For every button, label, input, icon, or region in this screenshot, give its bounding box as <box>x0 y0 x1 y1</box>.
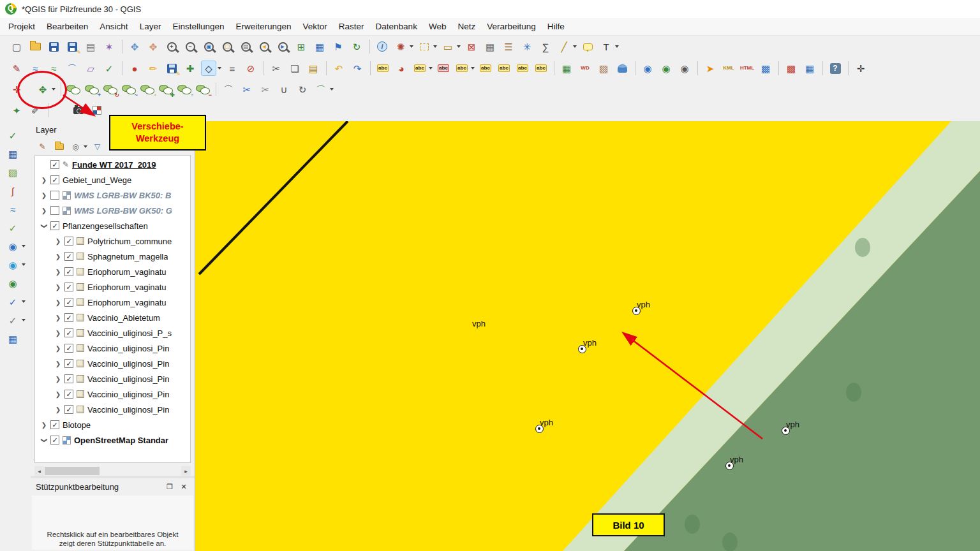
expand-arrow[interactable]: ❯ <box>53 268 63 276</box>
layer-item-vaccinio-uliginosi-p-s[interactable]: ❯✓Vaccinio_uliginosi_P_s <box>35 325 190 341</box>
expand-arrow[interactable]: ❯ <box>39 177 49 184</box>
advanced-digitizing-panel-button[interactable]: ✓ <box>101 61 117 76</box>
layer-visibility-checkbox[interactable]: ✓ <box>64 298 73 307</box>
layer-visibility-checkbox[interactable]: ✓ <box>50 160 59 169</box>
undock-panel-icon[interactable]: ❐ <box>164 481 175 493</box>
menu-hilfe[interactable]: Hilfe <box>542 19 570 34</box>
new-print-layout-button[interactable]: ▤ <box>83 39 98 54</box>
layer-visibility-checkbox[interactable]: ✓ <box>64 374 73 383</box>
expand-arrow[interactable]: ❯ <box>53 360 63 367</box>
reshape-features-button[interactable]: ⌒ <box>221 82 236 97</box>
cloud-globe-button[interactable]: ◉ <box>5 257 20 272</box>
profile-tool-button[interactable]: ✓ <box>5 294 20 309</box>
cut-features-button[interactable]: ✂ <box>269 61 284 76</box>
search-plugin-button[interactable]: ◉ <box>677 61 692 76</box>
menu-einstellungen[interactable]: Einstellungen <box>167 19 230 34</box>
layer-item-gebiet-und-wege[interactable]: ❯✓Gebiet_und_Wege <box>35 172 190 187</box>
expand-arrow[interactable]: ❯ <box>53 253 63 260</box>
open-project-button[interactable] <box>27 39 43 54</box>
layer-item-eriophorum-vaginatu[interactable]: ❯✓Eriophorum_vaginatu <box>35 295 190 310</box>
web-globe-dropdown[interactable] <box>22 245 26 247</box>
georeferencer-button[interactable]: ▨ <box>596 61 611 76</box>
offset-curve-dropdown[interactable] <box>330 88 334 91</box>
menu-ansicht[interactable]: Ansicht <box>94 19 133 34</box>
open-attribute-table-button[interactable]: ▦ <box>482 39 498 54</box>
menu-erweiterungen[interactable]: Erweiterungen <box>230 19 297 34</box>
select-features-dropdown[interactable] <box>433 45 437 48</box>
toggle-editing-button[interactable]: ✏ <box>145 61 161 76</box>
expand-arrow[interactable]: ❯ <box>53 314 63 321</box>
vertex-tool-button[interactable]: ◇ <box>201 61 216 76</box>
zoom-full-extent-button[interactable]: ▣ <box>201 39 216 54</box>
copy-feature-plus-button[interactable]: + <box>84 82 100 97</box>
layer-item-funde-wt-2017-2019[interactable]: ✓✎Funde WT 2017_2019 <box>35 157 190 172</box>
menu-layer[interactable]: Layer <box>134 19 167 34</box>
delete-ring-button[interactable]: − <box>195 82 211 97</box>
contour-tools-button[interactable]: ≈ <box>5 202 20 217</box>
web-globe-button[interactable]: ◉ <box>5 239 20 254</box>
pin-labels-dropdown[interactable] <box>429 67 433 70</box>
vector-check-button[interactable]: ✓ <box>5 128 20 143</box>
layer-item-vaccinio-uliginosi-pin[interactable]: ❯✓Vaccinio_uliginosi_Pin <box>35 402 190 417</box>
text-annotation-dropdown[interactable] <box>615 45 619 48</box>
topology-check-button[interactable]: ✓ <box>5 220 20 235</box>
select-by-value-dropdown[interactable] <box>457 45 461 48</box>
help-button[interactable]: ? <box>828 61 843 76</box>
merge-features-button[interactable]: ∪ <box>276 82 292 97</box>
edits-menu-button[interactable]: ● <box>127 61 142 76</box>
layer-visibility-checkbox[interactable]: ✓ <box>50 221 59 230</box>
hscroll-right-arrow[interactable]: ▸ <box>181 466 191 476</box>
map-tips-button[interactable] <box>580 39 595 54</box>
zoom-to-selection-button[interactable]: ▢ <box>219 39 235 54</box>
hscroll-left-arrow[interactable]: ◂ <box>34 466 44 476</box>
label-properties-button[interactable]: abc <box>533 61 549 76</box>
expand-arrow[interactable]: ❯ <box>53 330 63 337</box>
new-3d-map-view-button[interactable]: ▦ <box>312 39 327 54</box>
kml-tools-button[interactable]: KML <box>721 61 736 76</box>
layer-diagram-button[interactable]: ◕ <box>394 61 409 76</box>
wd-plugin-button[interactable]: WD <box>577 61 593 76</box>
identify-features-button[interactable]: i <box>375 39 390 54</box>
new-project-button[interactable]: ▢ <box>9 39 24 54</box>
paste-features-button[interactable]: ▤ <box>306 61 321 76</box>
add-ring-button[interactable]: ◦ <box>140 82 155 97</box>
manage-map-themes-button[interactable]: ◎ <box>69 140 82 154</box>
undo-button[interactable]: ↶ <box>331 61 346 76</box>
manage-map-themes-dropdown[interactable] <box>84 145 87 148</box>
copy-move-feature-button[interactable] <box>66 82 81 97</box>
menu-datenbank[interactable]: Datenbank <box>370 19 423 34</box>
layer-visibility-checkbox[interactable]: ✓ <box>50 436 59 444</box>
layer-item-vaccinio-uliginosi-pin[interactable]: ❯✓Vaccinio_uliginosi_Pin <box>35 341 190 356</box>
layer-item-sphagnetum-magella[interactable]: ❯✓Sphagnetum_magella <box>35 249 190 264</box>
zoom-next-button[interactable]: ► <box>275 39 290 54</box>
stamp-tool-button[interactable]: ▱ <box>83 61 98 76</box>
layer-visibility-checkbox[interactable]: ✓ <box>64 328 73 337</box>
layer-visibility-checkbox[interactable]: ✓ <box>64 237 73 246</box>
select-features-button[interactable] <box>417 39 432 54</box>
menu-verarbeitung[interactable]: Verarbeitung <box>481 19 542 34</box>
split-features-button[interactable]: ✂ <box>239 82 255 97</box>
expand-arrow[interactable]: ❯ <box>53 376 63 383</box>
layer-visibility-checkbox[interactable] <box>50 191 59 200</box>
refresh-map-button[interactable]: ↻ <box>349 39 364 54</box>
metasearch-button[interactable]: ◉ <box>640 61 655 76</box>
highlight-labels-button[interactable]: abc <box>436 61 451 76</box>
add-part-button[interactable]: ✚ <box>158 82 174 97</box>
new-map-view-button[interactable]: ⊞ <box>293 39 309 54</box>
layer-item-wms-lgrb-bw-gk50-g[interactable]: ❯WMS LGRB-BW GK50: G <box>35 203 190 218</box>
zoom-in-button[interactable]: + <box>164 39 179 54</box>
collapse-arrow[interactable]: ❯ <box>41 221 48 231</box>
layer-visibility-checkbox[interactable]: ✓ <box>64 252 73 261</box>
field-calculator-button[interactable]: ☰ <box>501 39 516 54</box>
layer-item-vaccinio-uliginosi-pin[interactable]: ❯✓Vaccinio_uliginosi_Pin <box>35 371 190 386</box>
web-services-button[interactable]: ◉ <box>658 61 674 76</box>
layer-visibility-checkbox[interactable]: ✓ <box>64 405 73 414</box>
modify-attributes-button[interactable]: ≡ <box>225 61 240 76</box>
layer-visibility-checkbox[interactable]: ✓ <box>50 420 59 429</box>
text-annotation-button[interactable]: T <box>598 39 614 54</box>
layer-visibility-checkbox[interactable]: ✓ <box>64 390 73 399</box>
hscroll-thumb[interactable] <box>45 467 100 475</box>
collapse-arrow[interactable]: ❯ <box>41 435 48 445</box>
run-feature-action-button[interactable]: ✺ <box>393 39 408 54</box>
layer-item-pflanzengesellschaften[interactable]: ❯✓Pflanzengesellschaften <box>35 218 190 233</box>
